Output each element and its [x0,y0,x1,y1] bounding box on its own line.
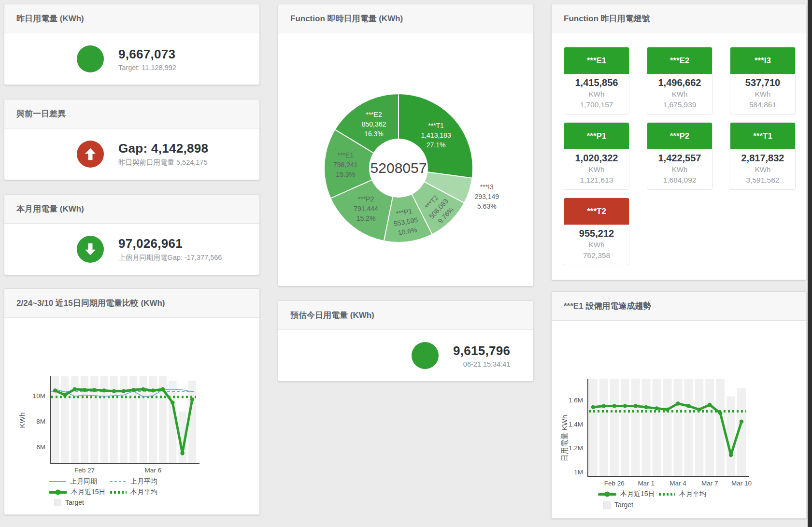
svg-text:Mar 10: Mar 10 [731,480,752,487]
legend-item[interactable]: 本月近15日 [598,490,655,499]
svg-text:Mar 1: Mar 1 [638,480,655,487]
status-tile: ***E11,415,856KWh1,700,157 [564,47,629,114]
donut-chart[interactable]: 5208057 ***T11,413,18327.1%***I3293,1495… [325,94,472,242]
legend-label: Target [65,499,84,506]
card-status-lights: Function 昨日用電燈號 ***E11,415,856KWh1,700,1… [551,4,807,280]
status-tile: ***T12,817,832KWh3,591,562 [730,122,796,190]
legend-item[interactable]: 本月平均 [659,490,706,499]
tile-unit: KWh [565,240,628,250]
tile-previous-value: 762,358 [565,250,628,261]
panel-title: 2/24~3/10 近15日同期用電量比較 (KWh) [4,289,259,318]
panel-title: 預估今日用電量 (KWh) [278,301,533,330]
donut-center: 5208057 [369,139,428,198]
donut-slice-label: ***P1553,59510.6% [391,205,420,238]
stat-value: 97,026,961 [118,236,222,251]
panel-title: Function 即時日用電量 (KWh) [278,4,533,33]
status-tile: ***T2955,212KWh762,358 [564,198,629,265]
stat-subtitle: 上個月同期用電Gap: -17,377,566 [118,253,222,262]
tile-value: 2,817,832 [731,152,794,164]
donut-slice-label: ***T11,413,18327.1% [421,121,451,150]
tile-value: 1,020,322 [565,152,628,164]
thick-line-legend-icon [598,493,616,496]
tile-value: 1,415,856 [565,76,628,89]
panel-title: 本月用電量 (KWh) [4,195,259,224]
svg-text:KWh: KWh [18,413,26,428]
tile-header: ***T2 [564,198,629,225]
panel-title: 昨日用電量 (KWh) [4,4,259,33]
card-realtime-donut: Function 即時日用電量 (KWh) 5208057 ***T11,413… [278,4,534,286]
tile-value: 537,710 [731,76,794,89]
legend-label: 本月近15日 [71,488,106,497]
dashed-line-legend-icon [110,481,127,483]
dotted-line-legend-icon [659,493,675,496]
donut-slice-label: ***E1798,24115.3% [333,150,358,179]
stat-value: 9,667,073 [118,47,176,62]
tile-unit: KWh [565,164,628,175]
tile-unit: KWh [565,89,628,100]
tile-value: 1,496,662 [648,76,711,89]
legend-label: 本月平均 [679,490,706,499]
donut-total: 5208057 [370,160,427,176]
panel-title: Function 昨日用電燈號 [552,4,806,33]
card-15day-compare-chart: 2/24~3/10 近15日同期用電量比較 (KWh) 10M8M6MFeb 2… [4,288,260,515]
stat-value: Gap: 4,142,898 [118,141,208,156]
svg-text:1M: 1M [574,469,583,476]
tile-unit: KWh [648,164,711,175]
stat-subtitle: 昨日與前日用電量 5,524,175 [118,158,208,167]
svg-text:6M: 6M [36,443,45,451]
status-circle-icon [412,342,439,369]
tile-previous-value: 1,121,613 [565,175,628,185]
trend-chart-area[interactable]: 1.6M1.4M1.2M1MFeb 26Mar 1Mar 4Mar 7Mar 1… [552,321,806,518]
status-tile: ***I3537,710KWh584,861 [730,47,796,114]
energy-dashboard: { "stat_cards": [ { "title": "昨日用電量 (KWh… [0,0,812,527]
card-month-usage: 本月用電量 (KWh) 97,026,961 上個月同期用電Gap: -17,3… [4,194,260,275]
svg-text:Mar 7: Mar 7 [701,480,718,487]
line-legend-icon [49,481,66,483]
legend-item[interactable]: 上月平均 [110,477,157,486]
legend-item[interactable]: Target [603,501,633,509]
tile-previous-value: 1,684,092 [648,175,711,185]
tile-header: ***P1 [564,123,629,149]
legend-item[interactable]: 本月平均 [110,488,157,497]
card-day-gap: 與前一日差異 Gap: 4,142,898 昨日與前日用電量 5,524,175 [4,99,260,180]
tile-previous-value: 1,700,157 [565,100,628,110]
tile-value: 955,212 [565,227,628,240]
donut-slice-label: ***E2850,36216.3% [362,110,386,139]
status-tile: ***P11,020,322KWh1,121,613 [564,122,629,190]
arrow-up-icon [77,141,104,168]
legend-item[interactable]: 上月同期 [49,477,97,486]
svg-text:日用電量 KWh: 日用電量 KWh [560,415,569,462]
svg-text:Feb 26: Feb 26 [604,480,625,487]
svg-text:8M: 8M [36,418,45,425]
legend-label: Target [614,501,633,509]
tile-value: 1,422,557 [648,152,711,164]
tile-header: ***E2 [647,47,712,74]
tile-previous-value: 584,861 [731,100,794,110]
legend-item[interactable]: 本月近15日 [49,488,106,497]
tile-previous-value: 3,591,562 [731,175,794,185]
dotted-line-legend-icon [110,491,127,494]
svg-text:Mar 6: Mar 6 [145,467,162,474]
legend-item[interactable]: Target [54,499,84,506]
legend-label: 上月平均 [130,477,157,486]
tile-unit: KWh [648,89,711,100]
svg-text:Mar 4: Mar 4 [670,480,686,487]
chart-plot[interactable]: 1.6M1.4M1.2M1MFeb 26Mar 1Mar 4Mar 7Mar 1… [552,321,806,519]
panel-title: 與前一日差異 [4,100,259,128]
card-yesterday-usage: 昨日用電量 (KWh) 9,667,073 Target: 11,128,992 [4,4,260,85]
stat-value: 9,615,796 [453,343,510,358]
legend-label: 本月近15日 [620,490,655,499]
compare-chart-area[interactable]: 10M8M6MFeb 27Mar 6KWh上月同期上月平均本月近15日本月平均T… [4,318,259,514]
tile-unit: KWh [731,164,794,175]
tile-header: ***P2 [647,123,712,149]
legend-label: 本月平均 [130,488,157,497]
window-scrollbar[interactable] [808,0,812,527]
legend-label: 上月同期 [70,477,97,486]
stat-subtitle: Target: 11,128,992 [118,64,176,71]
svg-text:10M: 10M [33,392,45,399]
bar-legend-icon [54,499,61,506]
tile-previous-value: 1,675,939 [648,100,711,110]
arrow-down-icon [77,236,104,263]
tile-header: ***E1 [564,47,629,74]
svg-text:1.6M: 1.6M [569,397,583,404]
